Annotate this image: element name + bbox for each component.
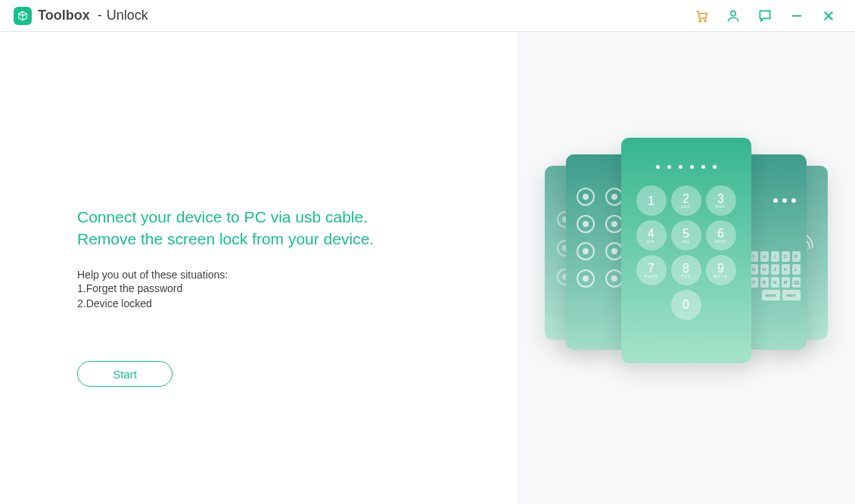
kb-key: H	[760, 264, 769, 275]
kb-key: P	[792, 251, 801, 262]
kb-key-return: return	[782, 290, 801, 300]
headline: Connect your device to PC via usb cable.…	[77, 206, 425, 250]
svg-point-2	[731, 11, 736, 16]
minimize-icon[interactable]	[788, 8, 805, 24]
keypad-7: 7PQRS	[636, 255, 667, 285]
titlebar: Toolbox - Unlock	[0, 0, 855, 32]
keypad-9: 9WXYZ	[706, 255, 736, 285]
illustration: Y U I O P G H J K L V B	[539, 124, 834, 381]
kb-key: O	[782, 251, 790, 262]
brand: Toolbox	[14, 7, 90, 25]
kb-key: B	[760, 277, 769, 288]
keypad-5: 5JKL	[671, 220, 701, 250]
chat-icon[interactable]	[757, 8, 773, 24]
svg-point-0	[699, 20, 701, 21]
titlebar-actions	[693, 8, 841, 24]
kb-key-space: space	[762, 290, 780, 300]
keypad-0: 0	[671, 290, 701, 320]
page-title: Unlock	[107, 8, 148, 23]
situation-2: 2.Device locked	[77, 296, 471, 311]
keypad-1: 1	[636, 185, 667, 216]
start-button[interactable]: Start	[77, 361, 173, 387]
pin-dots	[656, 165, 717, 169]
phone-pin-icon: 1 2ABC 3DEF 4GHI 5JKL 6MNO 7PQRS 8TUV 9W…	[621, 138, 751, 363]
brand-name: Toolbox	[38, 8, 90, 23]
keypad-4: 4GHI	[636, 220, 667, 250]
cart-icon[interactable]	[693, 8, 710, 24]
close-icon[interactable]	[820, 8, 837, 24]
user-icon[interactable]	[725, 8, 742, 24]
kb-key: M	[782, 277, 790, 288]
keypad-8: 8TUV	[671, 255, 701, 285]
kb-key: I	[771, 251, 779, 262]
left-pane: Connect your device to PC via usb cable.…	[0, 32, 517, 504]
situation-1: 1.Forget the password	[77, 281, 471, 296]
kb-key: L	[792, 264, 801, 275]
title-separator: -	[98, 8, 102, 23]
kb-key: U	[760, 251, 769, 262]
kb-key: K	[782, 264, 790, 275]
kb-key: N	[771, 277, 779, 288]
main: Connect your device to PC via usb cable.…	[0, 32, 855, 504]
keypad-2: 2ABC	[671, 185, 701, 216]
brand-logo-icon	[14, 7, 32, 25]
help-label: Help you out of these situations:	[77, 269, 471, 281]
svg-point-1	[704, 20, 706, 21]
keypad-6: 6MNO	[706, 220, 736, 250]
kb-key-del: ⌫	[792, 277, 801, 288]
right-pane: Y U I O P G H J K L V B	[517, 32, 855, 504]
keypad: 1 2ABC 3DEF 4GHI 5JKL 6MNO 7PQRS 8TUV 9W…	[636, 185, 736, 320]
keypad-3: 3DEF	[706, 185, 736, 216]
kb-key: J	[771, 264, 779, 275]
